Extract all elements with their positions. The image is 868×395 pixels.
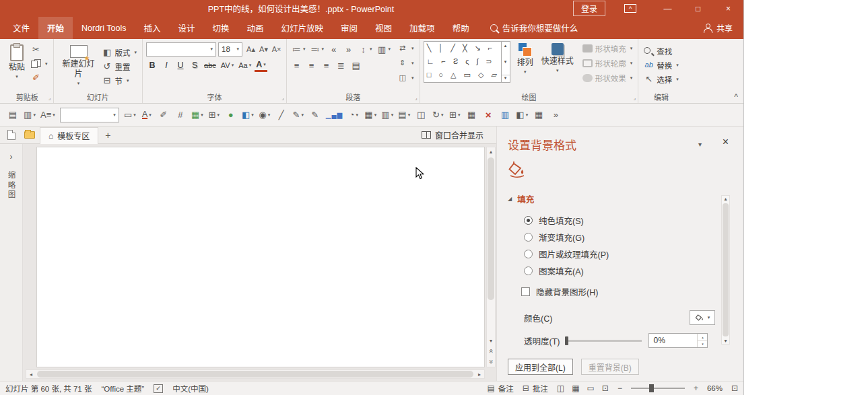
rotate-icon[interactable]: ↻	[430, 106, 446, 124]
tab-home[interactable]: 开始	[38, 17, 73, 39]
text-format-icon[interactable]: A≡	[38, 106, 57, 124]
gallery-down-icon[interactable]: ▾	[504, 59, 507, 65]
previous-slide-button[interactable]: «	[488, 349, 495, 353]
scroll-down-icon[interactable]: ▾	[724, 338, 727, 344]
comments-toggle[interactable]: ⊟ 批注	[523, 383, 548, 394]
scroll-right-icon[interactable]: ▸	[475, 371, 484, 378]
zoom-level[interactable]: 66%	[707, 384, 723, 392]
screenshot-icon[interactable]: ⊞	[206, 106, 222, 124]
italic-button[interactable]: I	[160, 59, 172, 72]
pane-options-icon[interactable]: ▾	[698, 141, 702, 148]
zoom-in-button[interactable]: +	[694, 384, 698, 393]
distribute-icon[interactable]: ▤	[349, 59, 362, 72]
scroll-up-icon[interactable]: ▴	[490, 147, 492, 156]
language-indicator[interactable]: 中文(中国)	[172, 383, 209, 394]
pie-chart-icon[interactable]: ◔	[345, 106, 362, 124]
shape-gallery[interactable]: ╲ │ ╱ ╳ ↘ ⌐∟ ⌐ Ƨ ς ʃ ⊃□ ○ △ ▭ ◇ ▱	[424, 41, 502, 83]
strikethrough-button[interactable]: abc	[203, 59, 218, 72]
zoom-out-button[interactable]: −	[617, 384, 622, 393]
transparency-spinner[interactable]: 0% ▴ ▾	[648, 333, 708, 348]
dialog-launcher-icon[interactable]: ⌟	[48, 95, 51, 101]
format-painter-icon[interactable]: ✐	[29, 71, 50, 85]
align-text-icon[interactable]: ⇕	[395, 56, 416, 70]
slider-thumb[interactable]	[565, 336, 568, 345]
numbering-icon[interactable]: ≕	[309, 42, 326, 56]
radio-button[interactable]	[524, 233, 533, 242]
tab-review[interactable]: 审阅	[332, 17, 366, 39]
spin-down-icon[interactable]: ▾	[698, 340, 707, 348]
underline-button[interactable]: U	[174, 59, 187, 72]
eyedropper-icon[interactable]: ✐	[156, 106, 172, 124]
quick-styles-button[interactable]: 快速样式	[537, 41, 578, 75]
pen-icon[interactable]: ✎	[290, 106, 306, 124]
tab-animations[interactable]: 动画	[238, 17, 273, 39]
justify-icon[interactable]: ≣	[335, 59, 347, 72]
zoom-thumb[interactable]	[649, 384, 654, 392]
theme-icon[interactable]: ▥	[22, 106, 38, 124]
decrease-indent-icon[interactable]: «	[327, 42, 340, 56]
window-icon[interactable]: ⊞	[446, 106, 463, 124]
normal-view-icon[interactable]: ◫	[557, 384, 564, 393]
expand-pane-icon[interactable]: ›	[10, 152, 13, 161]
share-button[interactable]: 共享	[693, 17, 743, 39]
clear-formatting-icon[interactable]: A×	[270, 42, 283, 56]
vertical-scrollbar[interactable]: ▴ ▾ « »	[486, 147, 496, 367]
dialog-launcher-icon[interactable]: ⌟	[633, 95, 636, 101]
table-icon[interactable]: ▦	[362, 106, 378, 124]
table-style-icon[interactable]: ▥	[379, 106, 395, 124]
text-shadow-button[interactable]: S	[189, 59, 201, 72]
pencil-icon[interactable]: ✎	[307, 106, 323, 124]
fill-color-icon[interactable]: ◧	[240, 106, 256, 124]
replace-button[interactable]: ab替换	[642, 58, 681, 72]
bullets-icon[interactable]: ≔	[290, 42, 307, 56]
spell-check-icon[interactable]: ✓	[154, 384, 163, 393]
reset-background-button[interactable]: 重置背景(B)	[581, 359, 639, 375]
copy-slide-icon[interactable]: ▤	[5, 106, 21, 124]
shrink-font-icon[interactable]: A▾	[257, 42, 270, 56]
close-button[interactable]: ×	[713, 0, 743, 17]
new-tab-button[interactable]: +	[100, 130, 115, 141]
shape-icon[interactable]: ●	[223, 106, 239, 124]
new-document-button[interactable]	[3, 128, 20, 143]
shape-gallery-row[interactable]: □ ○ △ ▭ ◇ ▱	[427, 70, 498, 80]
radio-button[interactable]	[524, 250, 533, 258]
maximize-button[interactable]: □	[683, 0, 713, 17]
smartart-icon[interactable]: ◫	[395, 71, 416, 85]
scrollbar-thumb[interactable]	[488, 157, 494, 300]
horizontal-scrollbar[interactable]: ◂ ▸	[26, 369, 485, 379]
keyboard-icon[interactable]: ▦	[463, 106, 479, 124]
font-color-button[interactable]: A	[255, 59, 267, 72]
collapse-ribbon-icon[interactable]: ^	[734, 92, 738, 102]
shape-outline-item[interactable]: 形状轮廓	[580, 56, 635, 70]
apply-to-all-button[interactable]: 应用到全部(L)	[508, 359, 573, 375]
pane-scrollbar[interactable]: ▴ ▾	[721, 195, 730, 345]
tab-insert[interactable]: 插入	[135, 17, 170, 39]
tab-transitions[interactable]: 切换	[204, 17, 238, 39]
fill-section-header[interactable]: ◢ 填充	[508, 192, 730, 205]
slideshow-icon[interactable]: ⊡	[602, 384, 609, 393]
toolbar-style-combo[interactable]	[60, 108, 119, 122]
gallery-more-icon[interactable]: ▾	[502, 75, 510, 81]
symbol-icon[interactable]: #	[172, 106, 189, 124]
increase-indent-icon[interactable]: »	[342, 42, 355, 56]
tab-nordri-tools[interactable]: Nordri Tools	[73, 17, 135, 39]
gallery-up-icon[interactable]: ▴	[504, 43, 507, 48]
zoom-slider[interactable]	[631, 388, 685, 389]
theme-indicator[interactable]: “Office 主题”	[101, 383, 144, 394]
minimize-button[interactable]: —	[653, 0, 683, 17]
next-slide-button[interactable]: »	[488, 359, 495, 363]
tab-design[interactable]: 设计	[170, 17, 204, 39]
fit-to-window-button[interactable]: ⊡	[731, 384, 738, 393]
transparency-slider[interactable]	[566, 340, 642, 342]
columns-icon[interactable]: ▥	[376, 42, 393, 56]
tab-help[interactable]: 帮助	[444, 17, 478, 39]
thumbnail-pane-collapsed[interactable]: › 缩略图	[0, 144, 23, 381]
layout-button[interactable]: ◧版式	[100, 45, 139, 59]
change-case-button[interactable]: Aa	[237, 59, 253, 72]
more-tools-icon[interactable]: »	[547, 106, 564, 124]
scrollbar-thumb[interactable]	[37, 371, 473, 378]
paste-button[interactable]: 粘贴	[5, 41, 29, 81]
font-size-combo[interactable]: 18	[218, 42, 242, 57]
paint-bucket-icon[interactable]: ◉	[257, 106, 273, 124]
option-gradient-fill[interactable]: 渐变填充(G)	[524, 229, 730, 246]
